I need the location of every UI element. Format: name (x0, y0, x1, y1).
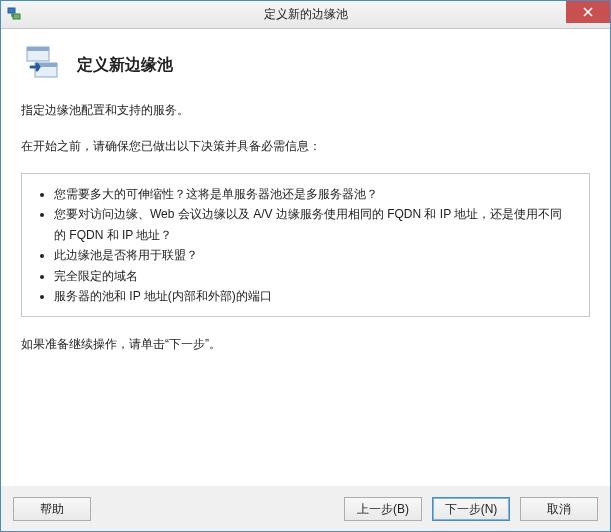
list-item: 完全限定的域名 (54, 266, 573, 286)
back-button[interactable]: 上一步(B) (344, 497, 422, 521)
list-item: 您要对访问边缘、Web 会议边缘以及 A/V 边缘服务使用相同的 FQDN 和 … (54, 204, 573, 245)
svg-rect-1 (13, 14, 20, 19)
client-area: 定义新边缘池 指定边缘池配置和支持的服务。 在开始之前，请确保您已做出以下决策并… (1, 29, 610, 531)
checklist-box: 您需要多大的可伸缩性？这将是单服务器池还是多服务器池？ 您要对访问边缘、Web … (21, 173, 590, 317)
list-item: 服务器的池和 IP 地址(内部和外部)的端口 (54, 286, 573, 306)
titlebar: 定义新的边缘池 (1, 1, 610, 29)
proceed-paragraph: 如果准备继续操作，请单击“下一步”。 (21, 335, 590, 353)
prereq-paragraph: 在开始之前，请确保您已做出以下决策并具备必需信息： (21, 137, 590, 155)
app-icon (7, 7, 23, 23)
page-header: 定义新边缘池 (1, 29, 610, 101)
checklist: 您需要多大的可伸缩性？这将是单服务器池还是多服务器池？ 您要对访问边缘、Web … (30, 184, 573, 306)
cancel-button[interactable]: 取消 (520, 497, 598, 521)
svg-rect-5 (27, 47, 49, 51)
window-title: 定义新的边缘池 (1, 6, 610, 23)
svg-rect-0 (8, 8, 15, 13)
footer: 帮助 上一步(B) 下一步(N) 取消 (1, 486, 610, 531)
list-item: 此边缘池是否将用于联盟？ (54, 245, 573, 265)
intro-paragraph: 指定边缘池配置和支持的服务。 (21, 101, 590, 119)
wizard-icon (23, 45, 63, 85)
help-button[interactable]: 帮助 (13, 497, 91, 521)
close-button[interactable] (566, 1, 610, 23)
page-heading: 定义新边缘池 (77, 55, 173, 76)
body: 指定边缘池配置和支持的服务。 在开始之前，请确保您已做出以下决策并具备必需信息：… (1, 101, 610, 486)
next-button[interactable]: 下一步(N) (432, 497, 510, 521)
list-item: 您需要多大的可伸缩性？这将是单服务器池还是多服务器池？ (54, 184, 573, 204)
